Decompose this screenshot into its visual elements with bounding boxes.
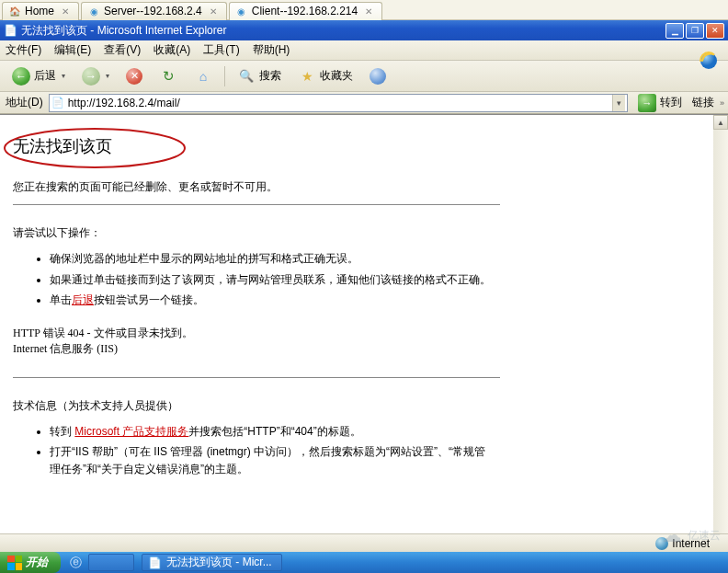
media-button[interactable] <box>363 65 392 87</box>
menu-view[interactable]: 查看(V) <box>104 42 141 58</box>
menu-tools[interactable]: 工具(T) <box>203 42 239 58</box>
scrollbar[interactable]: ▲ ▼ <box>713 115 728 550</box>
search-button[interactable]: 🔍 搜索 <box>231 65 288 87</box>
ie-icon: 📄 <box>4 24 17 37</box>
menu-edit[interactable]: 编辑(E) <box>54 42 91 58</box>
taskbar: 开始 ⓔ 📄 无法找到该页 - Micr... <box>0 552 728 573</box>
quick-launch-item[interactable]: ⓔ <box>66 554 85 571</box>
forward-icon: → <box>82 67 100 86</box>
taskbar-item[interactable]: 📄 无法找到该页 - Micr... <box>142 554 282 571</box>
refresh-button[interactable]: ↻ <box>153 65 184 87</box>
chevron-down-icon[interactable]: ▾ <box>106 72 109 80</box>
security-zone[interactable]: Internet <box>655 537 710 550</box>
taskbar-item[interactable] <box>88 554 134 571</box>
list-item: 如果通过单击链接而到达了该网页，请与网站管理员联系，通知他们该链接的格式不正确。 <box>50 271 491 289</box>
text: 并搜索包括“HTTP”和“404”的标题。 <box>188 425 360 438</box>
text: 转到 <box>50 425 74 438</box>
iis-line: Internet 信息服务 (IIS) <box>13 341 728 357</box>
scroll-track[interactable] <box>713 130 728 535</box>
error-subtext: 您正在搜索的页面可能已经删除、更名或暂时不可用。 <box>13 179 728 195</box>
scroll-up-button[interactable]: ▲ <box>713 115 728 130</box>
chevron-right-icon[interactable]: » <box>720 98 724 108</box>
menu-help[interactable]: 帮助(H) <box>253 42 290 58</box>
node-icon: ◉ <box>235 5 248 17</box>
window-tab-label: Server--192.168.2.4 <box>104 5 202 17</box>
toolbar: ← 后退 ▾ → ▾ ✕ ↻ ⌂ 🔍 搜索 ★ 收藏夹 <box>0 61 728 92</box>
favorites-button[interactable]: ★ 收藏夹 <box>291 65 359 87</box>
http-error-line: HTTP 错误 404 - 文件或目录未找到。 <box>13 326 728 341</box>
page-icon: 📄 <box>51 97 64 109</box>
maximize-button[interactable]: ❐ <box>686 23 704 39</box>
favorites-label: 收藏夹 <box>320 68 353 84</box>
back-label: 后退 <box>34 68 56 84</box>
refresh-icon: ↻ <box>159 67 177 86</box>
globe-icon <box>655 537 668 550</box>
error-heading: 无法找到该页 <box>13 135 728 157</box>
status-bar: Internet <box>0 533 728 552</box>
ie-icon: ⓔ <box>70 555 82 571</box>
page-icon: 📄 <box>148 556 162 569</box>
close-icon[interactable]: ✕ <box>210 6 217 17</box>
try-header: 请尝试以下操作： <box>13 225 728 241</box>
taskbar-item-label: 无法找到该页 - Micr... <box>166 555 272 570</box>
start-button[interactable]: 开始 <box>0 552 61 573</box>
text: 按钮尝试另一个链接。 <box>94 293 204 306</box>
window-tab-home[interactable]: 🏠 Home ✕ <box>2 2 79 20</box>
text: 单击 <box>50 293 72 306</box>
search-label: 搜索 <box>259 68 281 84</box>
list-item: 转到 Microsoft 产品支持服务并搜索包括“HTTP”和“404”的标题。 <box>50 423 491 441</box>
go-label: 转到 <box>660 95 682 110</box>
go-button[interactable]: → 转到 <box>631 92 688 114</box>
ie-throbber-icon <box>695 42 722 79</box>
search-icon: 🔍 <box>237 67 256 86</box>
node-icon: ◉ <box>87 5 100 17</box>
forward-button[interactable]: → ▾ <box>75 65 116 87</box>
windows-logo-icon <box>7 556 22 570</box>
window-tab-client[interactable]: ◉ Client--192.168.2.214 ✕ <box>229 2 382 20</box>
star-icon: ★ <box>298 67 316 86</box>
menu-file[interactable]: 文件(F) <box>6 42 41 58</box>
url-box[interactable]: 📄 ▾ <box>49 94 628 112</box>
titlebar: 📄 无法找到该页 - Microsoft Internet Explorer ▁… <box>0 20 728 40</box>
close-icon[interactable]: ✕ <box>365 6 372 17</box>
address-label: 地址(D) <box>6 95 43 110</box>
window-title: 无法找到该页 - Microsoft Internet Explorer <box>21 23 226 39</box>
stop-icon: ✕ <box>126 68 142 85</box>
suggestion-list: 确保浏览器的地址栏中显示的网站地址的拼写和格式正确无误。 如果通过单击链接而到达… <box>50 250 728 309</box>
zone-label: Internet <box>672 537 710 550</box>
back-link[interactable]: 后退 <box>72 293 94 306</box>
home-icon: 🏠 <box>8 5 21 17</box>
divider <box>13 204 500 205</box>
close-icon[interactable]: ✕ <box>62 6 69 17</box>
go-icon: → <box>638 94 656 112</box>
chevron-down-icon[interactable]: ▾ <box>62 72 65 80</box>
technical-list: 转到 Microsoft 产品支持服务并搜索包括“HTTP”和“404”的标题。… <box>50 423 728 478</box>
back-icon: ← <box>12 67 30 86</box>
home-button[interactable]: ⌂ <box>188 65 219 87</box>
home-icon: ⌂ <box>194 67 212 86</box>
viewport: 无法找到该页 您正在搜索的页面可能已经删除、更名或暂时不可用。 请尝试以下操作：… <box>0 114 728 550</box>
minimize-button[interactable]: ▁ <box>665 23 684 39</box>
url-dropdown[interactable]: ▾ <box>612 95 625 111</box>
list-item: 确保浏览器的地址栏中显示的网站地址的拼写和格式正确无误。 <box>50 250 491 268</box>
close-button[interactable]: ✕ <box>706 23 724 39</box>
window-tab-label: Client--192.168.2.214 <box>252 5 358 17</box>
technical-header: 技术信息（为技术支持人员提供） <box>13 398 728 414</box>
window-tab-label: Home <box>25 5 54 17</box>
stop-button[interactable]: ✕ <box>119 65 149 87</box>
menu-favorites[interactable]: 收藏(A) <box>154 42 190 58</box>
address-bar: 地址(D) 📄 ▾ → 转到 链接 » <box>0 92 728 114</box>
separator <box>224 66 225 86</box>
divider <box>13 377 500 378</box>
menubar: 文件(F) 编辑(E) 查看(V) 收藏(A) 工具(T) 帮助(H) <box>0 40 728 61</box>
window-tab-server[interactable]: ◉ Server--192.168.2.4 ✕ <box>81 2 227 20</box>
back-button[interactable]: ← 后退 ▾ <box>6 65 72 87</box>
media-icon <box>370 68 386 85</box>
ms-support-link[interactable]: Microsoft 产品支持服务 <box>74 425 188 438</box>
list-item: 单击后退按钮尝试另一个链接。 <box>50 292 491 309</box>
start-label: 开始 <box>26 555 48 570</box>
links-button[interactable]: 链接 <box>692 95 714 110</box>
list-item: 打开“IIS 帮助”（可在 IIS 管理器 (inetmgr) 中访问），然后搜… <box>50 443 491 477</box>
url-input[interactable] <box>68 95 609 110</box>
